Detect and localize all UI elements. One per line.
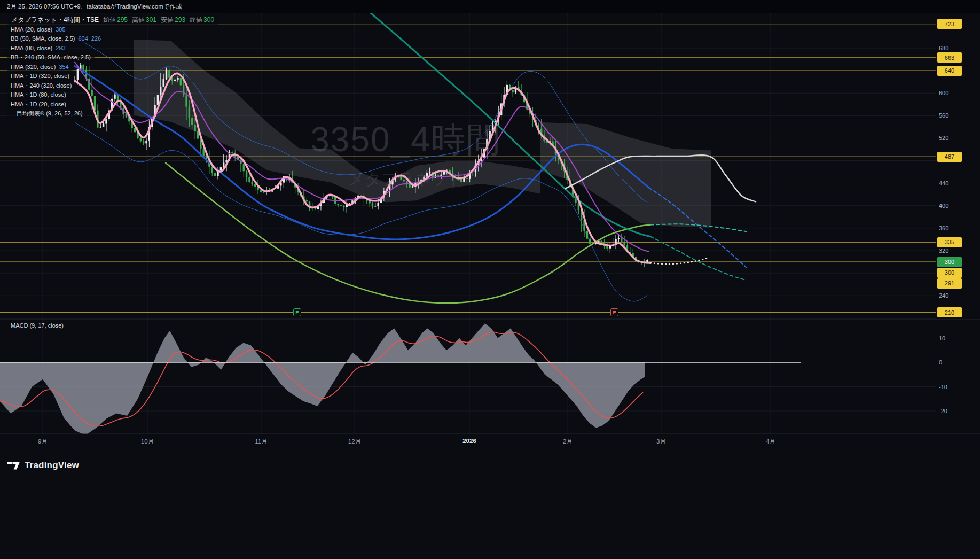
legend-indicator-label: HMA・1D (20, close) xyxy=(11,101,66,107)
legend-indicator-value: 305 xyxy=(56,26,65,33)
legend-indicator-value: 226 xyxy=(91,35,101,42)
legend-indicator-9[interactable]: 一目均衡表® (9, 26, 52, 26) xyxy=(7,110,87,118)
legend-indicator-label: BB・240 (50, SMA, close, 2.5) xyxy=(11,54,91,60)
legend: メタプラネット・4時間・TSE始値295高値301安値293終値300HMA (… xyxy=(7,15,218,119)
legend-indicator-2[interactable]: HMA (80, close)293 xyxy=(7,44,69,53)
time-label-0: 9月 xyxy=(38,438,48,446)
time-label-1: 10月 xyxy=(141,438,154,446)
symbol-title: メタプラネット・4時間・TSE xyxy=(11,16,99,24)
legend-indicator-8[interactable]: HMA・1D (20, close) xyxy=(7,100,70,109)
legend-indicator-3[interactable]: BB・240 (50, SMA, close, 2.5) xyxy=(7,53,95,62)
tradingview-brand-text[interactable]: TradingView xyxy=(25,460,79,471)
legend-indicator-5[interactable]: HMA・1D (320, close) xyxy=(7,72,73,81)
snapshot-info-text: 2月 25, 2026 07:56 UTC+9、takatabaがTrading… xyxy=(7,3,182,11)
earnings-marker-upcoming[interactable]: E xyxy=(610,308,618,316)
white-dotted-projection xyxy=(650,258,708,265)
macd-label-text: MACD (9, 17, close) xyxy=(11,322,64,329)
legend-indicator-value: 293 xyxy=(56,45,65,51)
earnings-marker-past[interactable]: E xyxy=(293,308,301,316)
time-label-5: 2月 xyxy=(563,438,573,446)
time-label-4: 2026 xyxy=(462,438,476,444)
ohlc-value: 295 xyxy=(117,16,128,24)
tradingview-snapshot: 2月 25, 2026 07:56 UTC+9、takatabaがTrading… xyxy=(0,0,980,559)
legend-indicator-label: HMA (20, close) xyxy=(11,26,52,33)
ohlc-value: 301 xyxy=(146,16,156,24)
legend-indicator-1[interactable]: BB (50, SMA, close, 2.5)604226 xyxy=(7,35,105,43)
legend-indicator-0[interactable]: HMA (20, close)305 xyxy=(7,26,69,34)
legend-indicator-value: 354 xyxy=(59,64,68,70)
time-label-6: 3月 xyxy=(656,438,666,446)
snapshot-info-bar: 2月 25, 2026 07:56 UTC+9、takatabaがTrading… xyxy=(0,0,980,13)
legend-indicator-value: 604 xyxy=(78,35,88,42)
legend-indicator-label: HMA (320, close) xyxy=(11,64,56,70)
tradingview-logo-icon[interactable] xyxy=(7,460,20,471)
legend-indicator-label: 一目均衡表® (9, 26, 52, 26) xyxy=(11,110,83,117)
ohlc-label: 高値 xyxy=(132,16,145,24)
legend-indicator-label: HMA (80, close) xyxy=(11,45,52,51)
ohlc-label: 安値 xyxy=(161,16,174,24)
footer-bar: TradingView xyxy=(0,451,980,479)
legend-indicator-label: BB (50, SMA, close, 2.5) xyxy=(11,35,75,42)
legend-indicator-6[interactable]: HMA・240 (320, close) xyxy=(7,82,75,90)
time-label-3: 12月 xyxy=(348,438,361,446)
legend-indicator-label: HMA・1D (80, close) xyxy=(11,91,66,98)
ohlc-value: 293 xyxy=(175,16,185,24)
ohlc-label: 始値 xyxy=(103,16,116,24)
legend-indicator-7[interactable]: HMA・1D (80, close) xyxy=(7,91,70,99)
symbol-title-row[interactable]: メタプラネット・4時間・TSE始値295高値301安値293終値300 xyxy=(7,15,218,25)
macd-indicator-label[interactable]: MACD (9, 17, close) xyxy=(7,322,67,329)
legend-indicator-label: HMA・240 (320, close) xyxy=(11,82,72,89)
legend-indicator-4[interactable]: HMA (320, close)354 xyxy=(7,63,73,72)
time-label-2: 11月 xyxy=(255,438,267,446)
ohlc-value: 300 xyxy=(203,16,214,24)
legend-indicator-label: HMA・1D (320, close) xyxy=(11,73,69,79)
ohlc-label: 終値 xyxy=(190,16,202,24)
time-label-7: 4月 xyxy=(766,438,775,446)
